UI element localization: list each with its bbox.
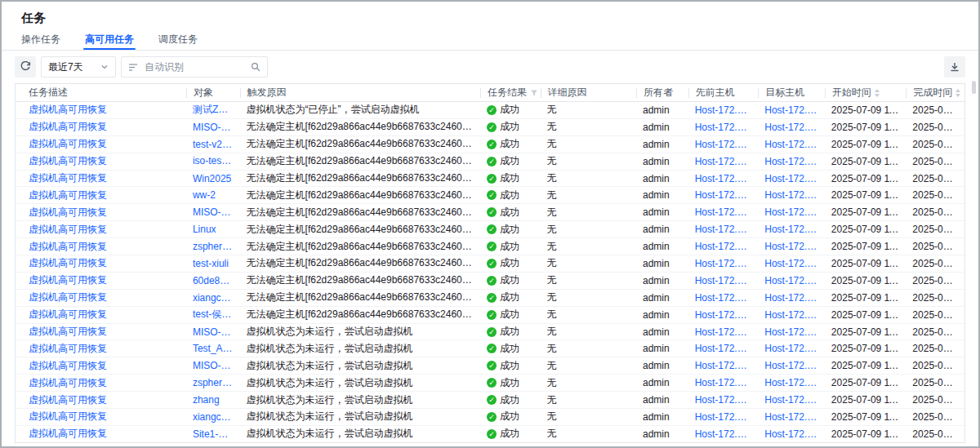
target-host-link[interactable]: Host-172.27...	[758, 104, 825, 116]
object-link[interactable]: xiangcheng....	[186, 411, 240, 423]
detail-reason: 无	[541, 291, 636, 304]
target-host-link[interactable]: Host-172.27...	[758, 394, 825, 406]
object-link[interactable]: zspheremim...	[186, 377, 240, 388]
detail-reason: 无	[541, 376, 636, 390]
previous-host-link[interactable]: Host-172.27.1.30	[688, 275, 759, 286]
target-host-link[interactable]: Host-172.27...	[758, 326, 825, 338]
task-desc-link[interactable]: 虚拟机高可用恢复	[16, 410, 186, 424]
target-host-link[interactable]: Host-172.27...	[758, 206, 825, 218]
task-desc-link[interactable]: 虚拟机高可用恢复	[16, 393, 186, 407]
object-link[interactable]: Test_AX_Na...	[186, 343, 240, 354]
object-link[interactable]: 测试Zaku集...	[186, 103, 240, 117]
object-link[interactable]: MISO-Serve...	[186, 326, 240, 338]
tab-scheduled-tasks[interactable]: 调度任务	[152, 29, 204, 50]
object-link[interactable]: MISO-Site1...	[186, 206, 240, 218]
previous-host-link[interactable]: Host-172.27.1.30	[688, 173, 759, 184]
task-desc-link[interactable]: 虚拟机高可用恢复	[16, 359, 186, 373]
previous-host-link[interactable]: Host-172.27.1.32	[688, 360, 759, 371]
object-link[interactable]: MISO-Site2...	[186, 360, 240, 371]
task-desc-link[interactable]: 虚拟机高可用恢复	[16, 223, 186, 237]
previous-host-link[interactable]: Host-172.27.1.30	[688, 206, 759, 218]
object-link[interactable]: xiangcheng....	[186, 292, 240, 304]
search-input[interactable]	[143, 60, 246, 73]
task-desc-link[interactable]: 虚拟机高可用恢复	[16, 256, 186, 270]
task-desc-link[interactable]: 虚拟机高可用恢复	[16, 240, 186, 254]
object-link[interactable]: Site1-Client1	[186, 428, 240, 440]
target-host-link[interactable]: Host-172.27...	[758, 377, 825, 388]
task-desc-link[interactable]: 虚拟机高可用恢复	[16, 291, 186, 304]
object-link[interactable]: Win2025	[186, 173, 240, 184]
success-check-icon: ✓	[487, 140, 497, 149]
tab-operation-tasks[interactable]: 操作任务	[15, 29, 67, 50]
task-desc-link[interactable]: 虚拟机高可用恢复	[16, 273, 186, 287]
previous-host-link[interactable]: Host-172.27.1.30	[688, 241, 759, 252]
success-check-icon: ✓	[487, 259, 497, 268]
target-host-link[interactable]: Host-172.27...	[758, 122, 825, 133]
sort-icon[interactable]	[956, 89, 960, 97]
search-icon[interactable]	[251, 62, 261, 72]
target-host-link[interactable]: Host-172.27...	[758, 241, 825, 252]
target-host-link[interactable]: Host-172.27...	[758, 309, 825, 321]
previous-host-link[interactable]: Host-172.27.1.30	[688, 258, 759, 269]
previous-host-link[interactable]: Host-172.27.1.30	[688, 309, 759, 321]
task-desc-link[interactable]: 虚拟机高可用恢复	[16, 137, 186, 151]
previous-host-link[interactable]: Host-172.27.1.32	[688, 394, 759, 406]
previous-host-link[interactable]: Host-172.27.1.30	[688, 139, 759, 150]
funnel-filter-icon[interactable]	[530, 89, 538, 97]
time-range-select[interactable]: 最近7天	[41, 56, 116, 78]
previous-host-link[interactable]: Host-172.27.1.32	[688, 377, 759, 388]
target-host-link[interactable]: Host-172.27...	[758, 156, 825, 167]
object-link[interactable]: Linux	[186, 224, 240, 235]
object-link[interactable]: test-xiuli	[186, 258, 240, 269]
previous-host-link[interactable]: Host-172.27.1.30	[688, 224, 759, 235]
previous-host-link[interactable]: Host-172.27.1.32	[688, 428, 759, 440]
object-link[interactable]: ww-2	[186, 189, 240, 201]
object-link[interactable]: iso-test可删	[186, 154, 240, 168]
target-host-link[interactable]: Host-172.27...	[758, 292, 825, 304]
object-link[interactable]: test-v2v-02	[186, 139, 240, 150]
refresh-button[interactable]	[15, 56, 36, 78]
previous-host-link[interactable]: Host-172.27.1.32	[688, 326, 759, 338]
tab-ha-tasks[interactable]: 高可用任务	[78, 29, 140, 50]
previous-host-link[interactable]: Host-172.27.1.30	[688, 104, 759, 116]
object-link[interactable]: zspheremim...	[186, 241, 240, 252]
task-desc-link[interactable]: 虚拟机高可用恢复	[16, 154, 186, 168]
previous-host-link[interactable]: Host-172.27.1.30	[688, 292, 759, 304]
task-desc-link[interactable]: 虚拟机高可用恢复	[16, 189, 186, 202]
target-host-link[interactable]: Host-172.27...	[758, 258, 825, 269]
task-desc-link[interactable]: 虚拟机高可用恢复	[16, 376, 186, 390]
task-desc-link[interactable]: 虚拟机高可用恢复	[16, 325, 186, 339]
task-desc-link[interactable]: 虚拟机高可用恢复	[16, 171, 186, 185]
previous-host-link[interactable]: Host-172.27.1.30	[688, 122, 759, 133]
object-link[interactable]: zhang	[186, 394, 240, 406]
target-host-link[interactable]: Host-172.27...	[758, 360, 825, 371]
task-desc-link[interactable]: 虚拟机高可用恢复	[16, 427, 186, 441]
task-desc-link[interactable]: 虚拟机高可用恢复	[16, 206, 186, 220]
previous-host-link[interactable]: Host-172.27.1.30	[688, 156, 759, 167]
object-link[interactable]: 60de88a14...	[186, 275, 240, 286]
task-desc-link[interactable]: 虚拟机高可用恢复	[16, 120, 186, 134]
trigger-reason: 虚拟机状态为未运行，尝试启动虚拟机	[240, 342, 480, 356]
object-link[interactable]: test-侯文静-...	[186, 308, 240, 322]
target-host-link[interactable]: Host-172.27...	[758, 189, 825, 201]
task-desc-link[interactable]: 虚拟机高可用恢复	[16, 103, 186, 117]
export-button[interactable]	[944, 56, 965, 78]
target-host-link[interactable]: Host-172.27...	[758, 139, 825, 150]
previous-host-link[interactable]: Host-172.27.1.30	[688, 189, 759, 201]
target-host-link[interactable]: Host-172.27...	[758, 173, 825, 184]
previous-host-link[interactable]: Host-172.27.1.32	[688, 343, 759, 354]
start-time: 2025-07-09 11:42:42	[825, 122, 906, 133]
object-link[interactable]: MISO-Site2...	[186, 122, 240, 133]
target-host-link[interactable]: Host-172.27...	[758, 411, 825, 423]
task-desc-link[interactable]: 虚拟机高可用恢复	[16, 342, 186, 356]
success-check-icon: ✓	[487, 429, 497, 439]
target-host-link[interactable]: Host-172.27...	[758, 428, 825, 440]
scrollbar[interactable]	[972, 81, 976, 94]
target-host-link[interactable]: Host-172.27...	[758, 343, 825, 354]
previous-host-link[interactable]: Host-172.27.1.32	[688, 411, 759, 423]
sort-icon[interactable]	[875, 89, 880, 97]
target-host-link[interactable]: Host-172.27...	[758, 275, 825, 286]
finish-time: 2025-07-09 1...	[906, 139, 964, 150]
target-host-link[interactable]: Host-172.27...	[758, 224, 825, 235]
task-desc-link[interactable]: 虚拟机高可用恢复	[16, 308, 186, 322]
